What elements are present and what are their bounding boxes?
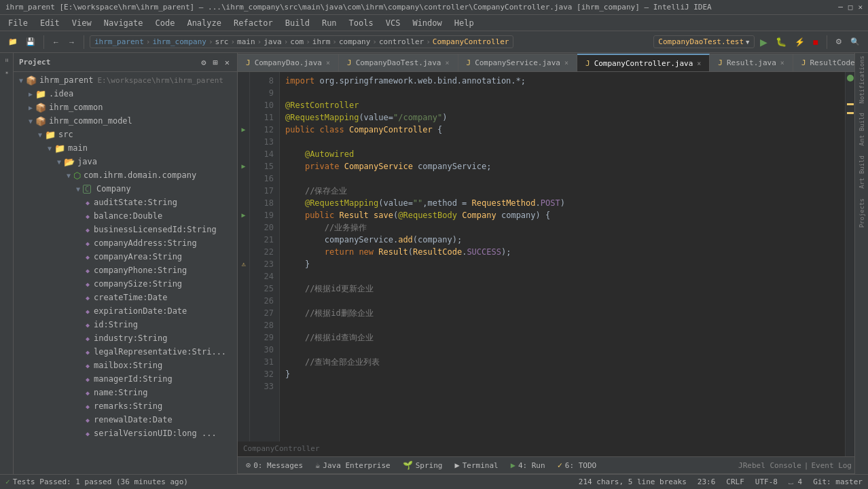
bottom-tab-messages[interactable]: ⊙ 0: Messages (240, 459, 308, 471)
tab-result[interactable]: J Result.java × (710, 54, 793, 71)
tree-item-field-serialversionuid[interactable]: ◆ serialVersionUID:long ... (14, 427, 237, 440)
breadcrumb-companycontroller[interactable]: CompanyController (433, 37, 509, 46)
breadcrumb-java[interactable]: java (264, 37, 282, 46)
toolbar-save-btn[interactable]: 💾 (23, 36, 38, 48)
menu-view[interactable]: View (67, 17, 97, 29)
toolbar-forward-btn[interactable]: → (65, 37, 78, 48)
stop-btn[interactable]: ■ (810, 35, 821, 49)
tree-item-field-companysize[interactable]: ◆ companySize:String (14, 277, 237, 291)
project-settings-icon[interactable]: ⚙ (199, 57, 208, 68)
tree-item-field-companyarea[interactable]: ◆ companyArea:String (14, 250, 237, 264)
bottom-tab-run[interactable]: ▶ 4: Run (505, 459, 551, 471)
run-btn[interactable]: ▶ (757, 35, 770, 49)
ant-build-strip-label[interactable]: Ant Build (858, 113, 865, 146)
tree-item-field-companyaddress[interactable]: ◆ companyAddress:String (14, 236, 237, 250)
menu-refactor[interactable]: Refactor (228, 17, 278, 29)
jrebel-console-label[interactable]: JRebel Console (738, 461, 801, 470)
menu-run[interactable]: Run (317, 17, 342, 29)
projects-strip-label[interactable]: Projects (858, 198, 865, 228)
tree-item-field-managerid[interactable]: ◆ managerId:String (14, 372, 237, 386)
debug-btn[interactable]: 🐛 (773, 35, 789, 48)
settings-btn[interactable]: ⚙ (833, 36, 845, 48)
breadcrumb-src[interactable]: src (215, 37, 229, 46)
tree-item-src[interactable]: ▼ 📁 src (14, 128, 237, 141)
close-btn[interactable]: ✕ (858, 3, 863, 12)
code-editor[interactable]: import org.springframework.web.bind.anno… (280, 72, 845, 456)
tab-resultcode[interactable]: J ResultCode.java × (793, 54, 854, 71)
tree-item-ihrm-common-model[interactable]: ▼ 📦 ihrm_common_model (14, 114, 237, 128)
gutter-run-15[interactable]: ▶ (238, 160, 249, 173)
breadcrumb-ihrm-company[interactable]: ihrm_company (152, 37, 206, 46)
bottom-tab-spring[interactable]: 🌱 Spring (397, 459, 448, 471)
tree-item-field-mailbox[interactable]: ◆ mailbox:String (14, 359, 237, 372)
maximize-btn[interactable]: □ (848, 3, 853, 12)
tab-companycontroller[interactable]: J CompanyController.java × (577, 54, 710, 71)
bottom-tab-java-enterprise[interactable]: ☕ Java Enterprise (310, 459, 396, 471)
gutter-warn-23[interactable]: ⚠ (238, 258, 249, 270)
tree-item-company-class[interactable]: ▼ C Company (14, 182, 237, 196)
menu-window[interactable]: Window (407, 17, 447, 29)
tree-item-ihrm-parent[interactable]: ▼ 📦 ihrm_parent E:\workspace\hrm\ihrm_pa… (14, 73, 237, 87)
tree-item-field-industry[interactable]: ◆ industry:String (14, 331, 237, 345)
breadcrumb-ihrm[interactable]: ihrm (312, 37, 331, 46)
tab-close-companycontroller[interactable]: × (697, 60, 701, 67)
menu-tools[interactable]: Tools (344, 17, 379, 29)
tree-item-field-remarks[interactable]: ◆ remarks:String (14, 399, 237, 413)
tree-item-field-renewaldate[interactable]: ◆ renewalDate:Date (14, 413, 237, 427)
tree-item-package[interactable]: ▼ ⬡ com.ihrm.domain.company (14, 168, 237, 182)
tree-item-ihrm-common[interactable]: ▶ 📦 ihrm_common (14, 101, 237, 114)
tab-close-result[interactable]: × (780, 59, 784, 67)
editor-content[interactable]: ▶ ▶ ▶ ⚠ (238, 72, 854, 456)
tree-item-field-businesslicensedid[interactable]: ◆ businessLicensedId:String (14, 223, 237, 236)
breadcrumb[interactable]: ihrm_parent › ihrm_company › src › main … (90, 35, 513, 48)
project-strip-label[interactable]: ≡ (3, 56, 10, 65)
status-encoding[interactable]: UTF-8 (755, 477, 778, 486)
gutter-run-19[interactable]: ▶ (238, 209, 249, 221)
tree-item-idea[interactable]: ▶ 📁 .idea (14, 87, 237, 101)
breadcrumb-ihrm-parent[interactable]: ihrm_parent (94, 37, 144, 46)
toolbar-back-btn[interactable]: ← (50, 37, 62, 48)
menu-code[interactable]: Code (150, 17, 181, 29)
gutter-run-12[interactable]: ▶ (238, 124, 249, 136)
breadcrumb-controller[interactable]: controller (379, 37, 424, 46)
breadcrumb-company[interactable]: company (339, 37, 370, 46)
menu-help[interactable]: Help (449, 17, 480, 29)
event-log-label[interactable]: Event Log (811, 461, 852, 470)
tab-close-companyservice[interactable]: × (564, 59, 568, 67)
art-build-strip-label[interactable]: Art Build (858, 156, 865, 189)
run-with-coverage-btn[interactable]: ⚡ (792, 36, 808, 48)
run-config-selector[interactable]: CompanyDaoTest.test ▼ (653, 35, 754, 48)
tree-item-field-expirationdate[interactable]: ◆ expirationDate:Date (14, 304, 237, 318)
tree-item-field-auditstate[interactable]: ◆ auditState:String (14, 196, 237, 209)
tree-item-main[interactable]: ▼ 📁 main (14, 141, 237, 155)
bottom-tab-todo[interactable]: ✓ 6: TODO (552, 459, 602, 471)
toolbar-open-btn[interactable]: 📁 (5, 36, 20, 48)
project-close-icon[interactable]: ✕ (223, 57, 232, 68)
tab-companydao[interactable]: J CompanyDao.java × (238, 54, 339, 71)
menu-build[interactable]: Build (280, 17, 315, 29)
tree-item-field-companyphone[interactable]: ◆ companyPhone:String (14, 264, 237, 277)
bottom-tab-terminal[interactable]: ▶ Terminal (449, 459, 503, 471)
minimize-btn[interactable]: ─ (838, 3, 843, 12)
breadcrumb-main[interactable]: main (237, 37, 255, 46)
tree-item-field-legalrep[interactable]: ◆ legalRepresentative:Stri... (14, 345, 237, 359)
tree-item-field-name[interactable]: ◆ name:String (14, 386, 237, 399)
menu-vcs[interactable]: VCS (380, 17, 406, 29)
tab-companyservice[interactable]: J CompanyService.java × (458, 54, 578, 71)
menu-edit[interactable]: Edit (35, 17, 65, 29)
tree-item-field-createtime[interactable]: ◆ createTime:Date (14, 291, 237, 304)
tab-companydaotest[interactable]: J CompanyDaoTest.java × (339, 54, 458, 71)
menu-file[interactable]: File (3, 17, 33, 29)
menu-analyze[interactable]: Analyze (181, 17, 227, 29)
search-everywhere-btn[interactable]: 🔍 (848, 36, 863, 48)
project-layout-icon[interactable]: ⊞ (211, 57, 220, 68)
tree-item-field-balance[interactable]: ◆ balance:Double (14, 209, 237, 223)
tab-close-companydao[interactable]: × (326, 59, 330, 67)
tree-item-java[interactable]: ▼ 📂 java (14, 155, 237, 168)
menu-navigate[interactable]: Navigate (98, 17, 149, 29)
favorites-strip-label[interactable]: ★ (3, 65, 10, 82)
tab-close-companydaotest[interactable]: × (445, 59, 449, 67)
notifications-strip-label[interactable]: Notifications (858, 56, 865, 103)
breadcrumb-com[interactable]: com (290, 37, 304, 46)
tree-item-field-id[interactable]: ◆ id:String (14, 318, 237, 331)
